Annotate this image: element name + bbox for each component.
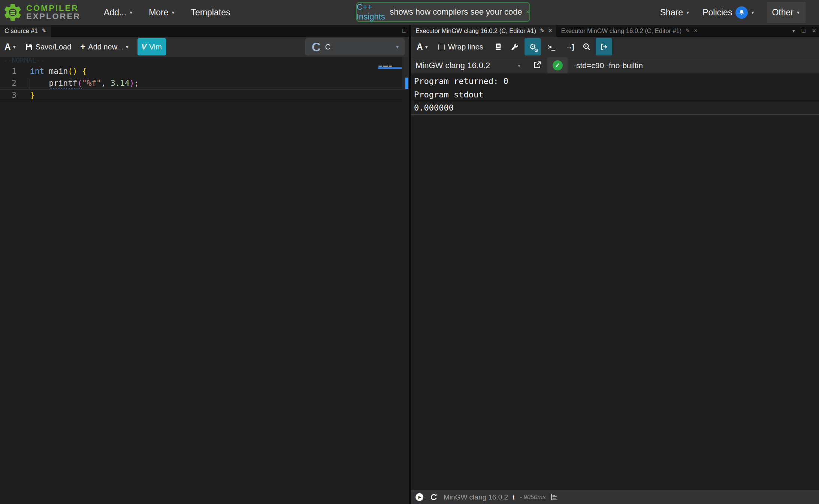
menu-add[interactable]: Add... ▾ [104,7,132,18]
main-menu: Add... ▾ More ▾ Templates [104,7,230,18]
success-check-icon: ✓ [553,60,563,70]
recompile-button[interactable] [430,494,438,501]
compile-status-button[interactable]: ✓ [547,57,568,74]
wrap-lines-toggle[interactable]: Wrap lines [438,43,483,51]
tab-c-source-title: C source #1 [4,27,38,34]
add-new-button[interactable]: + Add new... ▾ [80,42,128,52]
scrollbar[interactable] [402,57,409,90]
compiler-selector[interactable]: MinGW clang 16.0.2 ▾ [415,61,520,70]
menu-templates[interactable]: Templates [191,7,230,18]
bell-icon [738,9,745,16]
info-icon[interactable]: i [513,493,514,501]
code-text: int main() { [16,66,87,78]
navbar-right: Share ▾ Policies ▾ Other ▾ [660,0,819,25]
open-compiler-button[interactable] [533,61,541,70]
statusbar-compiler-name: MinGW clang 16.0.2 [444,493,508,501]
caret-down-icon: ▾ [686,9,689,15]
caret-down-icon: ▾ [130,9,132,15]
timing-chart-button[interactable] [551,494,558,501]
minimap-squiggle-line [378,67,402,69]
logo-line2: EXPLORER [26,12,81,21]
menu-policies[interactable]: Policies ▾ [702,6,754,19]
stdout-value: 0.000000 [414,103,454,112]
overrides-button[interactable] [507,38,523,55]
language-selector[interactable]: C C ▾ [305,38,405,55]
compiler-output-button[interactable] [578,38,595,55]
magnifier-bars-icon [583,43,590,51]
vim-label: Vim [149,43,162,51]
code-line[interactable]: 1int main() { [0,66,402,78]
right-tabbar: Executor MinGW clang 16.0.2 (C, Editor #… [411,25,819,37]
executor-statusbar: ▶ MinGW clang 16.0.2 i - 9050ms [411,490,819,504]
code-lines: 1int main() {2 printf("%f", 3.14);3} [0,66,402,101]
indent-guide [30,78,30,89]
language-name: C [325,43,330,51]
close-icon[interactable]: × [694,27,698,34]
tab-c-source[interactable]: C source #1 ✎ [0,25,51,37]
refresh-icon [430,494,438,501]
editor-toolbar: A ▾ Save/Load + Add new... ▾ V Vim [0,37,409,57]
code-line[interactable]: 2 printf("%f", 3.14); [0,78,402,90]
font-size-label: A [417,42,423,52]
minimap[interactable] [378,65,402,80]
tab-executor-1-title: Executor MinGW clang 16.0.2 (C, Editor #… [415,27,536,34]
rename-pencil-icon[interactable]: ✎ [540,27,545,34]
rename-pencil-icon[interactable]: ✎ [685,27,690,34]
maximize-icon[interactable]: □ [402,27,406,34]
vim-toggle-button[interactable]: V Vim [137,38,166,55]
run-button[interactable]: ▶ [415,493,423,501]
notification-close-icon[interactable]: × [526,9,529,15]
compilation-settings-button[interactable]: ⚙ ⚙ [525,38,541,55]
libraries-button[interactable] [490,38,507,55]
close-icon[interactable]: × [812,27,816,35]
execution-output: Program returned: 0 Program stdout 0.000… [411,73,819,490]
stdin-arrow-icon: →] [565,43,573,51]
program-returned-line: Program returned: 0 [414,76,508,86]
rename-pencil-icon[interactable]: ✎ [42,27,46,34]
caret-down-icon: ▾ [518,63,520,69]
font-size-button[interactable]: A ▾ [4,42,16,52]
code-line[interactable]: 3} [0,89,402,101]
bell-badge [735,6,748,19]
menu-templates-label: Templates [191,7,230,18]
menu-share[interactable]: Share ▾ [660,7,689,18]
caret-down-icon: ▾ [751,9,754,15]
menu-more-label: More [149,7,168,18]
save-load-label: Save/Load [36,43,72,51]
notification-message: shows how compilers see your code [387,7,522,17]
stdout-box: 0.000000 [411,101,819,115]
compiler-explorer-logo[interactable]: COMPILER EXPLORER [2,2,81,23]
menu-share-label: Share [660,7,683,18]
compiler-row: MinGW clang 16.0.2 ▾ ✓ -std=c90 -fno-bui… [411,57,819,73]
stdin-button[interactable]: →] [561,38,578,55]
tab-executor-2[interactable]: Executor MinGW clang 16.0.2 (C, Editor #… [556,25,702,37]
font-size-label: A [4,42,11,52]
menu-more[interactable]: More ▾ [149,7,174,18]
wrap-lines-checkbox[interactable] [438,44,445,50]
code-editor[interactable]: --NORMAL-- 1int main() {2 printf("%f", 3… [0,57,409,504]
plus-icon: + [80,42,85,52]
caret-down-icon: ▾ [126,44,129,50]
save-load-button[interactable]: Save/Load [25,43,72,51]
compiler-options-input[interactable]: -std=c90 -fno-builtin [574,61,819,70]
terminal-icon: >_ [548,43,555,51]
executor-pane: Executor MinGW clang 16.0.2 (C, Editor #… [411,25,819,504]
font-size-button[interactable]: A ▾ [417,42,428,52]
collapse-caret-icon[interactable]: ▾ [792,28,795,34]
tab-executor-2-title: Executor MinGW clang 16.0.2 (C, Editor #… [561,27,682,34]
close-icon[interactable]: × [548,27,552,34]
caret-down-icon: ▾ [797,9,800,15]
open-output-button[interactable] [596,38,612,55]
logo-line1: COMPILER [26,4,81,12]
line-number: 3 [0,90,16,101]
maximize-icon[interactable]: □ [802,27,806,34]
arguments-button[interactable]: >_ [543,38,560,55]
gear-logo-icon [2,2,23,23]
caret-down-icon: ▾ [172,9,175,15]
gears-icon-small: ⚙ [534,48,538,53]
compiler-explorer-app: COMPILER EXPLORER Add... ▾ More ▾ Templa… [0,0,819,504]
vim-mode-indicator: --NORMAL-- [4,57,44,64]
notification-link[interactable]: C++ Insights [357,2,387,22]
menu-other[interactable]: Other ▾ [767,2,806,23]
tab-executor-1[interactable]: Executor MinGW clang 16.0.2 (C, Editor #… [411,25,556,37]
